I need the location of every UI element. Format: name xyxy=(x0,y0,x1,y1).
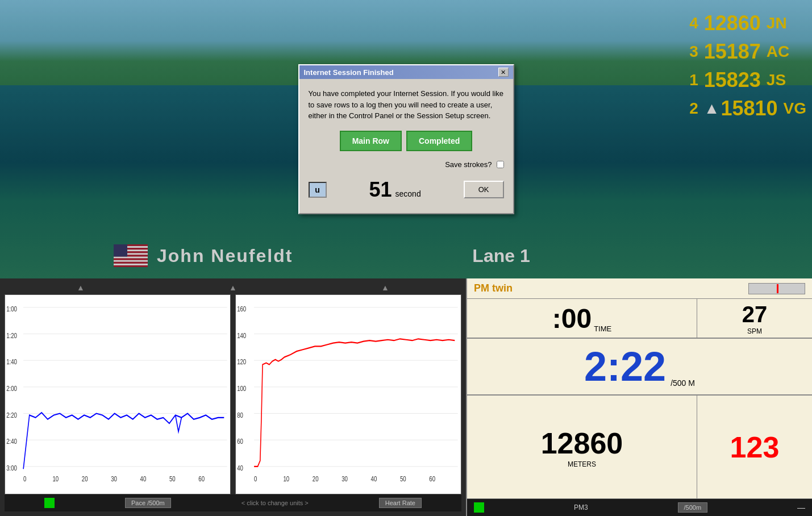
user-box: u xyxy=(309,182,327,198)
pm-footer-dash: — xyxy=(797,503,805,512)
svg-text:0: 0 xyxy=(23,475,26,483)
svg-text:2:40: 2:40 xyxy=(6,438,17,446)
svg-text:40: 40 xyxy=(237,464,243,472)
scroll-arrow-middle[interactable]: ▲ xyxy=(229,283,237,292)
svg-text:10: 10 xyxy=(283,475,289,483)
heart-rate-chart: 160 140 120 100 80 60 40 0 xyxy=(235,294,461,494)
pace-label-button[interactable]: Pace /500m xyxy=(125,498,171,508)
svg-text:20: 20 xyxy=(313,475,319,483)
pace-chart-svg: 1:00 1:20 1:40 2:00 2:20 2:40 3:00 xyxy=(5,295,230,494)
pm-meters-row: 12860 METERS 123 xyxy=(467,396,812,499)
pace-green-indicator[interactable] xyxy=(44,498,55,508)
pm-time-value: :00 xyxy=(552,303,592,334)
pace-chart: 1:00 1:20 1:40 2:00 2:20 2:40 3:00 xyxy=(5,294,231,494)
save-strokes-row: Save strokes? xyxy=(309,160,504,169)
main-row-button[interactable]: Main Row xyxy=(340,131,402,151)
svg-text:100: 100 xyxy=(237,385,246,393)
pm-display: PM twin :00 TIME 27 SPM 2:22 /500 M 1286… xyxy=(466,278,812,516)
svg-text:10: 10 xyxy=(52,475,59,483)
pm-spm-value: 27 xyxy=(742,302,768,327)
dialog-body: You have completed your Internet Session… xyxy=(299,79,513,213)
heart-rate-label-button[interactable]: Heart Rate xyxy=(379,498,422,508)
pm-footer: PM3 /500m — xyxy=(467,499,812,516)
pm-spm-label: SPM xyxy=(747,327,762,335)
svg-text:40: 40 xyxy=(371,475,377,483)
scroll-arrow-right[interactable]: ▲ xyxy=(381,283,389,292)
game-viewport: 4 12860 JN 3 15187 AC 1 15823 JS 2 ▲ 158… xyxy=(0,0,812,278)
svg-text:120: 120 xyxy=(237,358,246,366)
dialog-title: Internet Session Finished xyxy=(304,68,394,77)
pm-time-row: :00 TIME 27 SPM xyxy=(467,299,812,339)
pm-meters-left: 12860 METERS xyxy=(467,396,697,498)
pm-calories-cell: 123 xyxy=(697,396,812,498)
dialog-internet-session: Internet Session Finished ✕ You have com… xyxy=(298,64,514,214)
svg-text:50: 50 xyxy=(400,475,406,483)
pm-meters-value: 12860 xyxy=(541,426,623,460)
svg-text:2:20: 2:20 xyxy=(6,411,17,419)
svg-text:30: 30 xyxy=(342,475,348,483)
pm-spm-cell: 27 SPM xyxy=(697,299,812,338)
pm-time-cell: :00 TIME xyxy=(467,299,697,338)
svg-text:40: 40 xyxy=(140,475,147,483)
dialog-titlebar: Internet Session Finished ✕ xyxy=(299,65,513,79)
svg-text:50: 50 xyxy=(169,475,176,483)
pm-calories-value: 123 xyxy=(730,430,780,464)
save-strokes-checkbox[interactable] xyxy=(497,161,504,168)
modal-overlay: Internet Session Finished ✕ You have com… xyxy=(0,0,812,278)
pm-pace-label: /500 M xyxy=(666,378,695,394)
pm-green-indicator[interactable] xyxy=(474,502,484,513)
svg-text:140: 140 xyxy=(237,331,246,339)
time-unit: second xyxy=(395,189,421,198)
pm-pace-value: 2:22 xyxy=(584,343,666,390)
time-value: 51 xyxy=(369,178,392,202)
save-strokes-label: Save strokes? xyxy=(445,160,492,169)
time-display: 51 second xyxy=(369,178,421,202)
svg-text:20: 20 xyxy=(82,475,88,483)
dialog-action-buttons: Main Row Completed xyxy=(309,131,504,151)
ok-button[interactable]: OK xyxy=(464,181,504,198)
pm-footer-label: PM3 xyxy=(574,503,588,511)
pm-time-label: TIME xyxy=(592,324,611,338)
click-to-change-text[interactable]: < click to change units > xyxy=(241,500,309,506)
svg-text:2:00: 2:00 xyxy=(6,385,17,393)
pm-pace-row: 2:22 /500 M xyxy=(467,339,812,396)
scroll-arrow-left[interactable]: ▲ xyxy=(77,283,85,292)
svg-text:60: 60 xyxy=(237,438,243,446)
chart-footer: Pace /500m < click to change units > Hea… xyxy=(5,494,461,511)
svg-text:30: 30 xyxy=(111,475,117,483)
charts-row: 1:00 1:20 1:40 2:00 2:20 2:40 3:00 xyxy=(5,294,461,494)
svg-text:60: 60 xyxy=(429,475,435,483)
dialog-message: You have completed your Internet Session… xyxy=(309,88,504,122)
svg-text:1:20: 1:20 xyxy=(6,331,17,339)
svg-text:160: 160 xyxy=(237,305,246,313)
svg-text:1:00: 1:00 xyxy=(6,305,17,313)
scroll-arrows-top: ▲ ▲ ▲ xyxy=(5,283,461,292)
heart-rate-chart-svg: 160 140 120 100 80 60 40 0 xyxy=(236,295,461,494)
pm-meters-label: METERS xyxy=(568,460,596,468)
dialog-close-button[interactable]: ✕ xyxy=(498,68,509,77)
pm-indicator-line xyxy=(777,284,778,293)
charts-area: ▲ ▲ ▲ 1:00 1:20 1:40 2:00 2:20 2:40 3:00 xyxy=(0,278,466,516)
svg-text:3:00: 3:00 xyxy=(6,464,17,472)
svg-text:80: 80 xyxy=(237,411,243,419)
pm-indicator-bar xyxy=(748,283,805,294)
dialog-footer: u 51 second OK xyxy=(309,176,504,204)
svg-text:0: 0 xyxy=(254,475,257,483)
pm-header: PM twin xyxy=(467,278,812,299)
pm-title: PM twin xyxy=(474,282,513,294)
svg-text:1:40: 1:40 xyxy=(6,358,17,366)
completed-button[interactable]: Completed xyxy=(406,131,472,151)
pm-500m-button[interactable]: /500m xyxy=(678,502,708,513)
svg-text:60: 60 xyxy=(198,475,205,483)
bottom-panel: ▲ ▲ ▲ 1:00 1:20 1:40 2:00 2:20 2:40 3:00 xyxy=(0,278,812,516)
